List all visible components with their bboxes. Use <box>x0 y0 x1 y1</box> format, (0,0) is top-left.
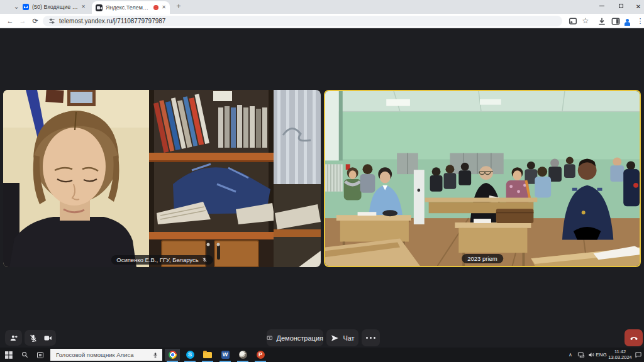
add-person-icon <box>9 334 18 343</box>
participant-name: Осипенко Е.В., ГГУ, Беларусь <box>116 256 198 263</box>
hang-up-button[interactable] <box>625 329 643 346</box>
taskbar-search-button[interactable] <box>19 349 30 360</box>
participant-name: 2023 priem <box>467 255 497 262</box>
media-controls-icon[interactable] <box>568 16 578 26</box>
taskbar-chrome-button[interactable] <box>165 349 180 361</box>
video-feed-woman-office <box>3 90 321 267</box>
side-panel-icon[interactable] <box>611 16 621 26</box>
ellipsis-icon <box>366 337 375 339</box>
alisa-search-text: Голосовой помощник Алиса <box>56 351 152 358</box>
hang-up-icon <box>630 334 638 343</box>
telemost-favicon <box>96 4 103 11</box>
tab-close-icon[interactable]: ✕ <box>162 4 166 11</box>
tab-mail[interactable]: (50) Входящие - Почта Mail.ru ✕ <box>19 0 89 14</box>
back-button[interactable]: ← <box>5 16 15 26</box>
start-button[interactable] <box>3 349 14 360</box>
profile-avatar[interactable] <box>623 17 633 27</box>
new-tab-button[interactable]: + <box>174 3 183 11</box>
file-explorer-icon <box>203 352 212 358</box>
windows-logo-icon <box>5 351 13 359</box>
tab-close-icon[interactable]: ✕ <box>81 4 86 10</box>
send-icon <box>330 334 339 343</box>
taskbar-explorer-button[interactable] <box>200 349 215 361</box>
invite-participants-button[interactable] <box>5 330 22 346</box>
clock-date: 13.03.2024 <box>608 354 633 360</box>
tray-expand-chevron[interactable]: ∧ <box>565 349 576 360</box>
video-tile-right[interactable]: 2023 priem <box>324 90 641 267</box>
taskbar-word-button[interactable]: W <box>218 349 233 361</box>
tab-mail-title: (50) Входящие - Почта Mail.ru <box>32 4 78 10</box>
more-options-button[interactable] <box>362 329 380 346</box>
download-icon[interactable] <box>597 16 607 26</box>
language-indicator[interactable]: ENG <box>595 349 608 360</box>
browser-menu-icon[interactable]: ⋮ <box>635 16 644 26</box>
participant-name-badge: Осипенко Е.В., ГГУ, Беларусь <box>111 255 213 265</box>
tab-telemost[interactable]: Яндекс.Телемост ✕ <box>92 1 170 14</box>
forward-button[interactable]: → <box>18 16 28 26</box>
video-tile-left[interactable]: Осипенко Е.В., ГГУ, Беларусь <box>3 90 321 267</box>
window-minimize-button[interactable] <box>596 2 608 12</box>
bookmark-star-icon[interactable]: ☆ <box>580 16 591 26</box>
present-label: Демонстрация <box>277 334 324 342</box>
action-center-button[interactable] <box>633 349 644 360</box>
mic-off-button[interactable] <box>29 334 38 343</box>
reload-button[interactable]: ⟳ <box>30 16 40 26</box>
taskbar-clock[interactable]: 11:42 13.03.2024 <box>608 349 633 361</box>
window-close-button[interactable]: ✕ <box>633 2 644 12</box>
video-feed-classroom <box>325 91 640 266</box>
task-view-icon <box>36 351 44 359</box>
chat-label: Чат <box>343 334 354 342</box>
screen-share-icon <box>267 334 273 343</box>
tab-telemost-title: Яндекс.Телемост <box>106 4 150 11</box>
tab-recording-indicator-icon <box>153 5 158 10</box>
word-icon: W <box>221 351 230 359</box>
url-text: telemost.yandex.ru/j/71108779797987 <box>59 18 165 25</box>
present-button[interactable]: Демонстрация <box>267 329 323 346</box>
skype-icon: S <box>186 351 194 359</box>
site-settings-icon[interactable] <box>48 18 55 25</box>
desktop: ⌄ (50) Входящие - Почта Mail.ru ✕ Яндекс… <box>0 0 644 362</box>
address-bar[interactable]: telemost.yandex.ru/j/71108779797987 <box>43 16 562 26</box>
mic-camera-group[interactable] <box>25 330 56 346</box>
browser-tabstrip: ⌄ (50) Входящие - Почта Mail.ru ✕ Яндекс… <box>0 0 644 14</box>
window-maximize-button[interactable] <box>615 2 626 12</box>
participant-name-badge: 2023 priem <box>462 254 503 263</box>
app-icon <box>239 351 247 359</box>
clock-time: 11:42 <box>608 349 633 354</box>
powerpoint-icon: P <box>257 351 265 359</box>
alisa-mic-icon[interactable] <box>152 351 158 359</box>
taskbar-powerpoint-button[interactable]: P <box>253 349 268 361</box>
camera-on-button[interactable] <box>43 334 52 343</box>
taskbar-app-button[interactable] <box>235 349 250 361</box>
mailru-favicon <box>23 4 29 10</box>
taskbar-skype-button[interactable]: S <box>182 349 197 361</box>
chat-button[interactable]: Чат <box>326 329 358 346</box>
chrome-icon <box>169 351 177 359</box>
task-view-button[interactable] <box>35 349 46 360</box>
search-icon <box>21 351 28 358</box>
mic-muted-icon <box>202 257 208 263</box>
alisa-search-box[interactable]: Голосовой помощник Алиса <box>50 349 162 361</box>
